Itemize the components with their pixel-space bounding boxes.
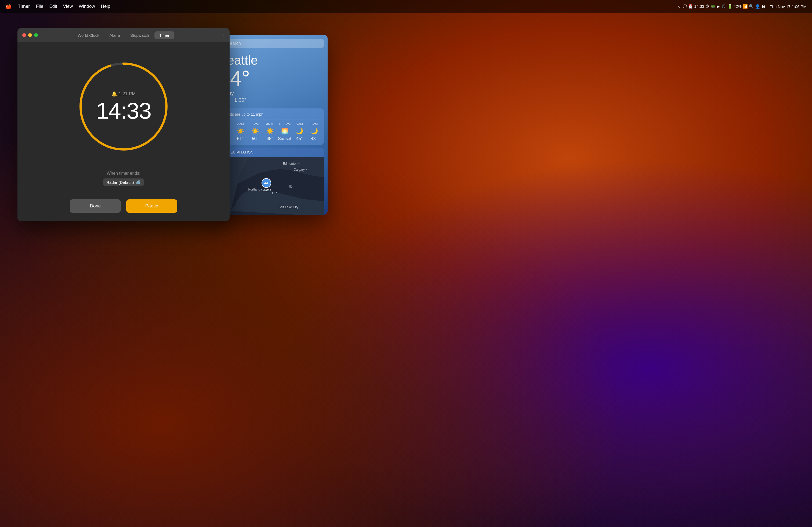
timer-buttons: Done Pause xyxy=(70,199,177,213)
edit-menu[interactable]: Edit xyxy=(49,4,57,9)
moon-icon-5pm: 🌙 xyxy=(296,128,303,135)
precip-label: PRECIPITATION xyxy=(226,150,253,154)
tab-alarm[interactable]: Alarm xyxy=(105,31,125,39)
settings-icon: ⚙️ xyxy=(135,180,141,185)
map-portland-label: Portland xyxy=(248,187,260,191)
tab-timer[interactable]: Timer xyxy=(155,31,174,39)
weather-temperature: 44° xyxy=(219,67,321,89)
hourly-row: 1PM ☀️ 50° 2PM ☀️ 51° 3PM ☀️ 50° 4PM ☀️ … xyxy=(219,122,321,141)
timer-sound-picker[interactable]: Radar (Default) ⚙️ xyxy=(103,178,144,186)
time-5pm: 5PM xyxy=(296,122,303,126)
add-tab-button[interactable]: + xyxy=(221,32,225,39)
bell-icon: 🔔 xyxy=(112,91,117,97)
menubar: 🍎 Timer File Edit View Window Help 🛡 ⓘ ⏰… xyxy=(0,0,812,13)
timer-content: 🔔 1:21 PM 14:33 When timer ends: Radar (… xyxy=(17,42,230,221)
hourly-item-2pm: 2PM ☀️ 51° xyxy=(233,122,247,141)
clock-window: World Clock Alarm Stopwatch Timer + 🔔 1:… xyxy=(17,28,230,221)
timer-sound-label: Radar (Default) xyxy=(106,180,134,185)
timer-inner: 🔔 1:21 PM 14:33 xyxy=(75,58,172,155)
view-menu[interactable]: View xyxy=(63,4,73,9)
time-6pm: 6PM xyxy=(311,122,318,126)
sun-icon-2pm: ☀️ xyxy=(237,128,244,135)
datetime-display: Thu Nov 17 1:06 PM xyxy=(770,4,807,9)
hourly-item-6pm: 6PM 🌙 43° xyxy=(307,122,321,141)
sun-icon-4pm: ☀️ xyxy=(266,128,274,135)
timer-display: 14:33 xyxy=(96,99,151,122)
temp-4pm: 48° xyxy=(267,136,273,141)
temp-5pm: 45° xyxy=(296,136,303,141)
weather-search-bar[interactable]: 🔍 Search xyxy=(216,39,324,48)
temp-3pm: 50° xyxy=(252,136,258,141)
map-seattle-name: Seattle xyxy=(261,189,271,192)
hourly-item-5pm: 5PM 🌙 45° xyxy=(292,122,306,141)
hourly-section: nd gusts are up to 11 mph. 1PM ☀️ 50° 2P… xyxy=(216,108,324,145)
weather-high-low: H:51° L:36° xyxy=(219,97,321,103)
map-edmonton-label: Edmonton • xyxy=(283,162,300,166)
sunset-icon: 🌅 xyxy=(281,128,288,135)
app-name-menu[interactable]: Timer xyxy=(18,4,30,9)
map-calgary-label: Calgary • xyxy=(293,168,307,171)
temp-6pm: 43° xyxy=(311,136,317,141)
precip-header: 🌧 PRECIPITATION xyxy=(216,148,324,157)
map-or-label: OR xyxy=(272,191,277,195)
hourly-item-4pm: 4PM ☀️ 48° xyxy=(263,122,277,141)
minimize-button[interactable] xyxy=(28,33,32,37)
time-4pm: 4PM xyxy=(266,122,274,126)
precip-map[interactable]: Edmonton • Calgary • 44 Seattle Portland… xyxy=(216,157,324,215)
done-button[interactable]: Done xyxy=(70,199,121,213)
window-titlebar: World Clock Alarm Stopwatch Timer + xyxy=(17,28,230,42)
wind-note: nd gusts are up to 11 mph. xyxy=(219,112,321,119)
tab-world-clock[interactable]: World Clock xyxy=(73,31,104,39)
map-container: Edmonton • Calgary • 44 Seattle Portland… xyxy=(216,157,324,215)
weather-condition: Sunny xyxy=(219,90,321,96)
moon-icon-6pm: 🌙 xyxy=(311,128,318,135)
timer-alarm-label: 🔔 1:21 PM xyxy=(112,91,135,97)
traffic-lights xyxy=(22,33,38,37)
time-sunset: 4:30PM xyxy=(279,122,291,126)
alarm-time: 1:21 PM xyxy=(119,91,135,96)
window-tabs: World Clock Alarm Stopwatch Timer xyxy=(73,31,174,39)
weather-low: L:36° xyxy=(235,97,246,103)
close-button[interactable] xyxy=(22,33,26,37)
menubar-right: 🛡 ⓘ ⏰ 14:33 ⏱ 📟 ▶ 🎵 🔋 42% 📶 🔍 👤 🖥 Thu No… xyxy=(678,4,807,9)
menu-extras: 🛡 ⓘ ⏰ 14:33 ⏱ 📟 ▶ 🎵 🔋 42% 📶 🔍 👤 🖥 xyxy=(678,4,766,9)
hourly-item-sunset: 4:30PM 🌅 Sunset xyxy=(278,122,292,141)
maximize-button[interactable] xyxy=(34,33,38,37)
pause-button[interactable]: Pause xyxy=(126,199,177,213)
time-3pm: 3PM xyxy=(251,122,259,126)
sun-icon-3pm: ☀️ xyxy=(251,128,259,135)
timer-circle: 🔔 1:21 PM 14:33 xyxy=(75,58,172,155)
temp-2pm: 51° xyxy=(237,136,244,141)
hourly-item-3pm: 3PM ☀️ 50° xyxy=(248,122,262,141)
map-id-label: ID xyxy=(289,185,292,189)
file-menu[interactable]: File xyxy=(36,4,43,9)
apple-logo-icon[interactable]: 🍎 xyxy=(5,3,12,10)
timer-when-ends-label: When timer ends: xyxy=(106,171,140,176)
weather-city: Seattle xyxy=(219,53,321,67)
map-seattle-marker: 44 Seattle xyxy=(261,178,271,192)
seattle-temp-bubble: 44 xyxy=(262,178,271,188)
tab-stopwatch[interactable]: Stopwatch xyxy=(126,31,154,39)
time-2pm: 2PM xyxy=(237,122,244,126)
help-menu[interactable]: Help xyxy=(101,4,110,9)
map-saltlake-label: Salt Lake City xyxy=(278,205,298,209)
temp-sunset: Sunset xyxy=(278,136,291,141)
menubar-left: 🍎 Timer File Edit View Window Help xyxy=(5,3,110,10)
window-menu[interactable]: Window xyxy=(79,4,95,9)
precipitation-section: 🌧 PRECIPITATION xyxy=(216,148,324,215)
